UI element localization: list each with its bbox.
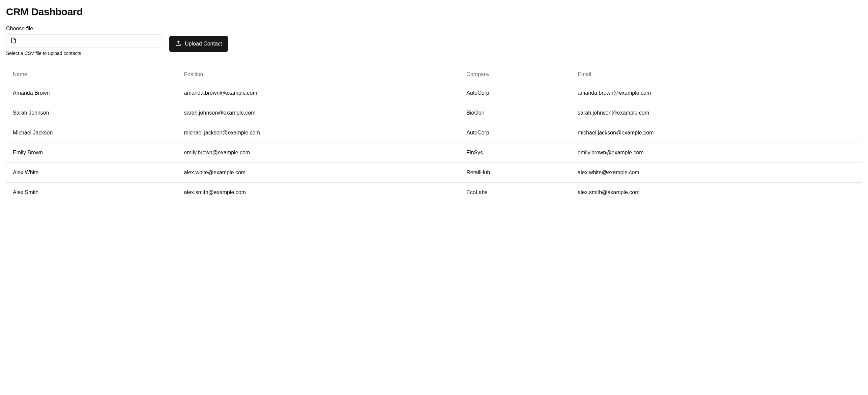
- cell-email: alex.white@example.com: [571, 163, 862, 183]
- cell-name: Alex White: [6, 163, 177, 183]
- cell-email: amanda.brown@example.com: [571, 83, 862, 103]
- cell-name: Michael Jackson: [6, 123, 177, 143]
- cell-position: emily.brown@example.com: [177, 143, 460, 163]
- cell-email: emily.brown@example.com: [571, 143, 862, 163]
- table-row: Amanda Brownamanda.brown@example.comAuto…: [6, 83, 862, 103]
- file-icon: [10, 37, 17, 45]
- upload-contact-button[interactable]: Upload Contact: [169, 36, 228, 52]
- cell-company: AutoCorp: [460, 123, 571, 143]
- cell-name: Amanda Brown: [6, 83, 177, 103]
- table-row: Alex Smithalex.smith@example.comEcoLabsa…: [6, 183, 862, 203]
- file-input-label: Choose file: [6, 26, 163, 32]
- cell-company: FinSys: [460, 143, 571, 163]
- file-helper-text: Select a CSV file to upload contacts: [6, 51, 163, 56]
- table-header-company: Company: [460, 66, 571, 83]
- table-row: Emily Brownemily.brown@example.comFinSys…: [6, 143, 862, 163]
- cell-position: amanda.brown@example.com: [177, 83, 460, 103]
- cell-position: michael.jackson@example.com: [177, 123, 460, 143]
- table-row: Michael Jacksonmichael.jackson@example.c…: [6, 123, 862, 143]
- cell-position: alex.white@example.com: [177, 163, 460, 183]
- cell-email: michael.jackson@example.com: [571, 123, 862, 143]
- table-header-email: Email: [571, 66, 862, 83]
- table-row: Alex Whitealex.white@example.comRetailHu…: [6, 163, 862, 183]
- cell-company: BioGen: [460, 103, 571, 123]
- contacts-table: Name Position Company Email Amanda Brown…: [6, 66, 862, 202]
- cell-company: AutoCorp: [460, 83, 571, 103]
- upload-icon: [175, 40, 181, 48]
- cell-position: sarah.johnson@example.com: [177, 103, 460, 123]
- cell-company: EcoLabs: [460, 183, 571, 203]
- cell-name: Emily Brown: [6, 143, 177, 163]
- table-header-name: Name: [6, 66, 177, 83]
- cell-email: alex.smith@example.com: [571, 183, 862, 203]
- upload-button-label: Upload Contact: [185, 41, 222, 47]
- cell-company: RetailHub: [460, 163, 571, 183]
- cell-name: Alex Smith: [6, 183, 177, 203]
- file-input[interactable]: [6, 34, 163, 48]
- table-row: Sarah Johnsonsarah.johnson@example.comBi…: [6, 103, 862, 123]
- table-header-position: Position: [177, 66, 460, 83]
- upload-row: Choose file Select a CSV file to upload …: [6, 26, 862, 56]
- page-title: CRM Dashboard: [6, 6, 862, 18]
- cell-position: alex.smith@example.com: [177, 183, 460, 203]
- cell-name: Sarah Johnson: [6, 103, 177, 123]
- table-header-row: Name Position Company Email: [6, 66, 862, 83]
- file-group: Choose file Select a CSV file to upload …: [6, 26, 163, 56]
- cell-email: sarah.johnson@example.com: [571, 103, 862, 123]
